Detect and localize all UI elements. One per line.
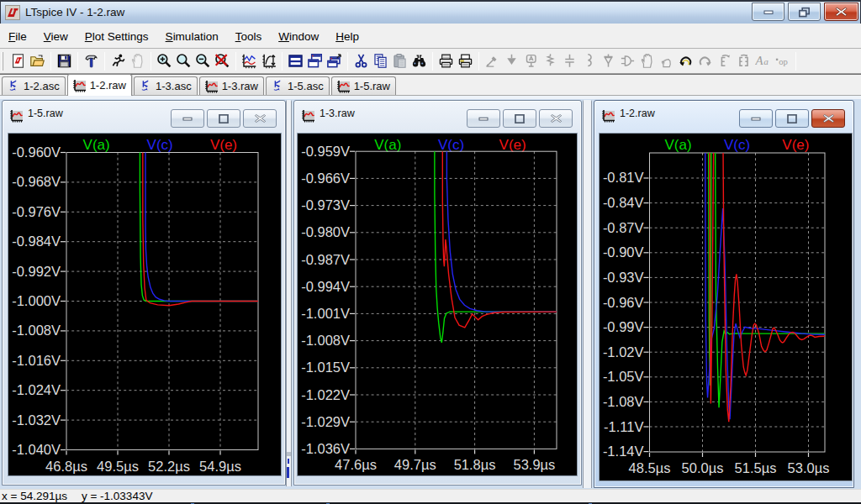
legend-V(c): V(c): [724, 137, 750, 153]
zoom-back-button[interactable]: [174, 52, 193, 71]
menu-view[interactable]: View: [35, 27, 77, 47]
tab-1-2.raw[interactable]: 1-2.raw: [67, 74, 132, 96]
save-button[interactable]: [55, 52, 74, 71]
tab-1-5.asc[interactable]: 1-5.asc: [266, 76, 330, 95]
zoom-in-button[interactable]: [155, 52, 174, 71]
y-tick-label: -0.87V: [603, 220, 644, 235]
print-icon: [438, 53, 454, 69]
print-button[interactable]: [436, 52, 456, 71]
x-tick-label: 48.5µs: [629, 460, 671, 475]
toolbar-separator: [795, 52, 796, 71]
tab-1-3.raw[interactable]: 1-3.raw: [199, 76, 264, 95]
y-tick-label: -0.960V: [12, 144, 61, 160]
y-tick-label: -1.02V: [603, 344, 644, 360]
menu-plot-settings[interactable]: Plot Settings: [77, 27, 157, 47]
background-window-edge: [583, 100, 592, 488]
child-close-button[interactable]: [539, 109, 573, 128]
child-window-title: 1-2.raw: [620, 108, 655, 124]
undo-button[interactable]: [676, 52, 695, 71]
control-panel-icon: [83, 53, 99, 69]
paste-icon: [392, 53, 408, 69]
print-preview-button[interactable]: [456, 52, 475, 71]
restore-button[interactable]: [788, 3, 821, 21]
paste-button: [390, 52, 409, 71]
autorange-y-icon: [241, 53, 257, 69]
ground-icon: [504, 53, 520, 69]
y-tick-label: -0.984V: [12, 234, 61, 249]
menu-file[interactable]: File: [0, 27, 35, 47]
menu-window[interactable]: Window: [270, 27, 327, 47]
waveform-plot-1-3.raw[interactable]: V(a)V(c)V(e)-0.959V-0.966V-0.973V-0.980V…: [298, 134, 577, 475]
x-tick-label: 49.7µs: [394, 457, 436, 472]
mirror-button: [734, 52, 753, 71]
autorange-y-button[interactable]: [240, 52, 259, 71]
child-minimize-button[interactable]: [739, 109, 773, 128]
y-tick-label: -0.987V: [301, 252, 350, 267]
redo-icon: [697, 53, 713, 69]
y-tick-label: -0.90V: [603, 244, 644, 260]
new-schematic-button[interactable]: [8, 52, 28, 71]
child-title-bar[interactable]: 1-5.raw: [3, 101, 285, 131]
child-title-bar[interactable]: 1-2.raw: [594, 101, 853, 131]
cut-button[interactable]: [351, 52, 371, 71]
tab-1-5.raw[interactable]: 1-5.raw: [331, 76, 396, 95]
capacitor-button: [560, 52, 579, 71]
app-logo-icon: [5, 5, 20, 20]
menu-help[interactable]: Help: [327, 27, 367, 47]
waveform-plot-1-5.raw[interactable]: V(a)V(c)V(e)-0.960V-0.968V-0.976V-0.984V…: [8, 134, 281, 475]
tab-1-2.asc[interactable]: 1-2.asc: [2, 76, 66, 95]
wire-icon: [484, 53, 500, 69]
y-tick-label: -0.84V: [603, 195, 644, 210]
schematic-icon: [7, 80, 20, 92]
child-maximize-button[interactable]: [207, 109, 240, 128]
control-panel-button[interactable]: [82, 52, 101, 71]
component-icon: [620, 53, 636, 69]
resistor-button: [541, 52, 560, 71]
zoom-out-icon: [195, 53, 211, 69]
child-maximize-button[interactable]: [503, 109, 536, 128]
run-button[interactable]: [108, 52, 128, 71]
y-tick-label: -0.980V: [301, 224, 350, 239]
copy-button[interactable]: [371, 52, 390, 71]
label-net-button: [521, 52, 541, 71]
child-maximize-button[interactable]: [775, 109, 809, 128]
menu-tools[interactable]: Tools: [227, 27, 271, 47]
toolbar: Aaop: [0, 48, 861, 74]
minimize-icon: [751, 115, 761, 123]
inductor-button: [579, 52, 599, 71]
menu-simulation[interactable]: Simulation: [157, 27, 227, 47]
tile-vertical-button[interactable]: [305, 52, 325, 71]
title-bar: LTspice IV - 1-2.raw: [0, 0, 861, 24]
y-tick-label: -1.11V: [604, 419, 643, 434]
find-icon: [411, 53, 427, 69]
plot-settings-button[interactable]: [259, 52, 278, 71]
background-window-edge: [286, 100, 292, 486]
child-close-button[interactable]: [243, 109, 277, 128]
schematic-icon: [139, 80, 152, 92]
zoom-out-button[interactable]: [193, 52, 213, 71]
toolbar-separator: [432, 52, 433, 71]
close-button[interactable]: [824, 3, 858, 21]
find-button[interactable]: [409, 52, 429, 71]
waveform-icon: [601, 109, 615, 123]
waveform-icon: [9, 109, 24, 123]
label-net-icon: [523, 53, 539, 69]
copy-icon: [372, 53, 388, 69]
x-tick-label: 53.0µs: [788, 460, 830, 475]
open-button[interactable]: [28, 52, 47, 71]
maximize-icon: [219, 114, 229, 123]
child-title-bar[interactable]: 1-3.raw: [294, 101, 581, 131]
zoom-full-extents-button[interactable]: [213, 52, 232, 71]
child-minimize-button[interactable]: [467, 109, 500, 128]
minimize-button[interactable]: [752, 3, 784, 21]
cascade-button[interactable]: [325, 52, 344, 71]
plot-settings-icon: [261, 53, 277, 69]
child-minimize-button[interactable]: [171, 109, 204, 128]
child-close-button[interactable]: [811, 109, 845, 128]
x-tick-label: 50.0µs: [682, 460, 724, 475]
grid-lines: [650, 153, 826, 452]
waveform-plot-1-2.raw[interactable]: V(a)V(c)V(e)-0.81V-0.84V-0.87V-0.90V-0.9…: [600, 134, 852, 480]
tile-horizontal-button[interactable]: [286, 52, 305, 71]
tab-1-3.asc[interactable]: 1-3.asc: [134, 76, 198, 95]
trace-V(e): [142, 134, 258, 306]
